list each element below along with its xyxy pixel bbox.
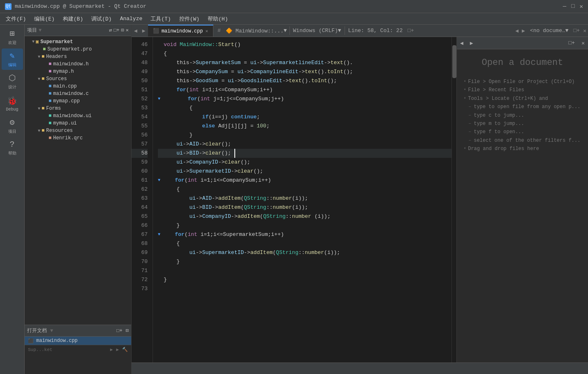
right-panel-next[interactable]: ▶	[467, 37, 477, 49]
line-numbers: 4647484950515253545556575859606162636465…	[132, 37, 153, 362]
tree-item-Headers[interactable]: ▼■Headers	[25, 53, 131, 60]
right-expand-panel[interactable]: □+	[565, 37, 579, 49]
sidebar-item-project[interactable]: ⚙ 项目	[2, 115, 23, 136]
token: {	[164, 104, 192, 113]
expand-editor-button[interactable]: □+	[406, 25, 416, 37]
tree-item-mymap.cpp[interactable]: ■mymap.cpp	[25, 97, 131, 105]
tree-item-Forms[interactable]: ▼■Forms	[25, 105, 131, 112]
tree-item-mymap.ui[interactable]: ■mymap.ui	[25, 120, 131, 127]
bullet-icon: •	[463, 96, 466, 102]
token: ->	[212, 203, 218, 212]
bullet-icon: •	[463, 87, 466, 93]
open-docs-filter-icon[interactable]: ▼	[50, 328, 53, 334]
sidebar-item-debug[interactable]: 🐞 Debug	[2, 93, 23, 114]
close-button[interactable]: ✕	[580, 3, 583, 10]
menu-debug[interactable]: 调试(D)	[87, 14, 116, 24]
tree-item-Sources[interactable]: ▼■Sources	[25, 75, 131, 83]
fold-arrow-52[interactable]: ▼	[158, 95, 160, 104]
tree-item-icon: ■	[42, 76, 44, 82]
line-num-48: 48	[132, 58, 148, 67]
tree-item-mainwindow.ui[interactable]: ■mainwindow.ui	[25, 112, 131, 120]
fold-arrow-61[interactable]: ▼	[158, 176, 160, 185]
right-nav-prev[interactable]: ◀	[514, 25, 520, 37]
right-close-panel[interactable]: ✕	[578, 37, 588, 49]
expand-icon[interactable]: ⊡	[121, 27, 124, 33]
menu-widgets[interactable]: 控件(W)	[175, 14, 204, 24]
sidebar-item-design[interactable]: ⬡ 设计	[2, 71, 23, 92]
menu-build[interactable]: 构建(B)	[59, 14, 87, 24]
filter-icon[interactable]: ▼	[39, 28, 42, 33]
token: ui	[164, 212, 196, 221]
right-expand-button[interactable]: □+	[572, 25, 582, 37]
tree-item-label: Resources	[46, 128, 73, 134]
sidebar-item-edit[interactable]: ✎ 编辑	[2, 48, 23, 70]
editor-tab-mainwindow[interactable]: ⬛ mainwindow.cpp ✕	[148, 25, 213, 37]
fold-arrow-67[interactable]: ▼	[158, 230, 160, 239]
tree-item-mymap.h[interactable]: ■mymap.h	[25, 68, 131, 75]
line-num-52: 52	[132, 95, 148, 104]
project-tree[interactable]: ▼▣Supermarket■Supermarket.pro▼■Headers■m…	[25, 36, 131, 325]
token: ->	[212, 194, 218, 203]
bullet-icon: •	[463, 79, 466, 85]
no-doc-dropdown[interactable]: ▼	[565, 28, 569, 34]
token: (	[185, 176, 188, 185]
encoding-selector[interactable]: Windows (CRLF) ▼	[290, 25, 345, 37]
open-doc-item-mainwindow[interactable]: ⬛ mainwindow.cpp	[25, 337, 131, 345]
tree-item-Supermarket.pro[interactable]: ■Supermarket.pro	[25, 46, 131, 53]
menu-file[interactable]: 文件(F)	[2, 14, 30, 24]
prev-tab-button[interactable]: ◀	[132, 25, 140, 37]
editor-scrollbar[interactable]	[451, 37, 456, 362]
token: Start	[218, 40, 234, 49]
tree-item-Supermarket[interactable]: ▼▣Supermarket	[25, 38, 131, 46]
menu-analyze[interactable]: Analyze	[116, 14, 147, 23]
cpp-file-icon: ⬛	[28, 338, 34, 344]
next-tab-button-left[interactable]: ▶	[140, 25, 148, 37]
right-panel-prev[interactable]: ◀	[457, 37, 467, 49]
code-editor[interactable]: void MainWindow::Start(){ this->Supermar…	[153, 37, 451, 362]
line-num-64: 64	[132, 203, 148, 212]
build-button[interactable]: 🔨	[122, 347, 128, 352]
menu-edit[interactable]: 编辑(E)	[30, 14, 58, 24]
app-icon: Qt	[5, 3, 12, 10]
scrollbar-thumb[interactable]	[452, 45, 456, 78]
editor-area[interactable]: 4647484950515253545556575859606162636465…	[132, 37, 456, 362]
tree-item-icon: ■	[43, 46, 46, 52]
token: ->	[183, 149, 190, 158]
menu-help[interactable]: 帮助(H)	[204, 14, 232, 24]
token: ->	[231, 167, 238, 176]
sync-icon[interactable]: ⇄	[109, 27, 112, 33]
debug-project-name: Sup...ket	[28, 347, 52, 352]
token: MainWindow::	[176, 40, 218, 49]
sidebar-item-welcome[interactable]: ⊞ 欢迎	[2, 26, 23, 48]
open-docs-add-icon[interactable]: □+	[116, 328, 122, 334]
token: (i));	[292, 194, 308, 203]
run-button[interactable]: ▶	[110, 347, 113, 352]
tree-item-mainwindow.h[interactable]: ■mainwindow.h	[25, 60, 131, 68]
dash-icon: –	[468, 138, 471, 143]
tab-close-button[interactable]: ✕	[205, 28, 208, 34]
token: else	[164, 122, 215, 131]
center-area: ◀ ▶ ⬛ mainwindow.cpp ✕ # 🔶 MainWindow::.…	[132, 25, 588, 374]
tree-item-Henrik.qrc[interactable]: ■Henrik.qrc	[25, 134, 131, 142]
open-docs-expand-icon[interactable]: ⊡	[126, 328, 129, 334]
function-selector[interactable]: 🔶 MainWindow::... ▼	[223, 25, 289, 37]
tree-item-main.cpp[interactable]: ■main.cpp	[25, 83, 131, 90]
right-collapse-button[interactable]: ✕	[581, 25, 588, 37]
maximize-button[interactable]: □	[571, 3, 574, 10]
right-nav-next[interactable]: ▶	[520, 25, 527, 37]
menu-tools[interactable]: 工具(T)	[146, 14, 175, 24]
editor-tabbar: ◀ ▶ ⬛ mainwindow.cpp ✕ # 🔶 MainWindow::.…	[132, 25, 588, 37]
close-panel-icon[interactable]: ✕	[126, 27, 129, 33]
debug-run-button[interactable]: ▶	[116, 347, 119, 352]
token: ->	[183, 140, 190, 149]
add-icon[interactable]: □+	[113, 28, 119, 33]
minimize-button[interactable]: —	[563, 3, 566, 10]
tab-hash-label: #	[215, 25, 223, 37]
tree-item-Resources[interactable]: ▼■Resources	[25, 127, 131, 134]
code-line-72: }	[158, 275, 451, 284]
sidebar-item-help[interactable]: ? 帮助	[2, 137, 23, 159]
editor-and-right: 4647484950515253545556575859606162636465…	[132, 37, 588, 362]
tree-item-mainwindow.c[interactable]: ■mainwindow.c	[25, 90, 131, 97]
token: for	[162, 176, 185, 185]
token: ui	[164, 194, 196, 203]
